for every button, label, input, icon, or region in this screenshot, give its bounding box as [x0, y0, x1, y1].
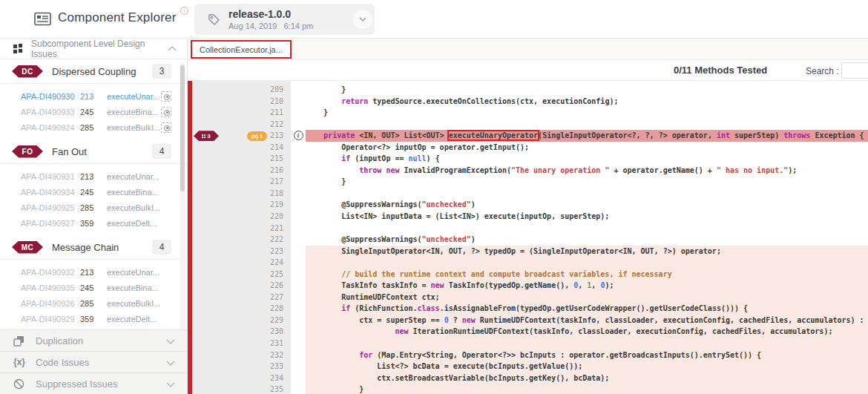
code-gutter: 234 — [188, 372, 291, 384]
release-selector[interactable]: release-1.0.0 Aug 14, 20196:14 pm — [194, 4, 375, 35]
code-line: 223 SingleInputOperator<IN, OUT, ?> type… — [188, 246, 868, 257]
code-gutter: 222 — [188, 234, 291, 246]
code-gutter: 218 — [188, 188, 291, 200]
suppressed-issues-icon — [13, 378, 28, 390]
code-line: 211 } — [188, 107, 868, 119]
chevron-down-icon — [166, 377, 175, 390]
issue-row[interactable]: APA-DI490931213executeUnar... — [0, 168, 187, 184]
focus-eye-icon[interactable] — [161, 107, 171, 117]
code-text — [306, 338, 868, 349]
code-gutter: 226 — [188, 280, 291, 292]
code-gutter: 211 — [188, 107, 291, 119]
gutter-icon-slot — [291, 223, 306, 234]
code-text — [306, 188, 868, 200]
accordion-duplication[interactable]: Duplication — [0, 329, 187, 351]
code-line: 234 ctx.setBroadcastVariable(bcInputs.ge… — [188, 372, 868, 384]
line-number: 213 — [270, 130, 283, 142]
gutter-icon-slot — [291, 326, 306, 338]
design-issue-count-badge[interactable]: 3 — [194, 131, 219, 141]
issue-line-number: 245 — [80, 108, 107, 116]
focus-eye-icon[interactable] — [161, 91, 171, 102]
issue-line-number: 213 — [80, 268, 107, 277]
design-issue-group-header[interactable]: MCMessage Chain4 — [0, 240, 187, 260]
design-issue-group-header[interactable]: FOFan Out4 — [0, 144, 187, 164]
code-gutter: 229 — [188, 315, 291, 326]
code-text: ctx = superStep == 0 ? new RuntimeUDFCon… — [306, 315, 868, 326]
issue-line-number: 359 — [80, 315, 107, 324]
issue-type-badge: MC — [12, 241, 43, 254]
component-explorer-app: Component Explorer i release-1.0.0 Aug 1… — [0, 0, 868, 394]
gutter-icon-slot — [291, 338, 306, 349]
issue-id: APA-DI490927 — [21, 219, 80, 228]
grid-icon — [13, 44, 23, 53]
info-icon[interactable]: i — [180, 7, 188, 15]
issue-line-number: 245 — [80, 188, 107, 197]
issue-rows: APA-DI490932213executeUnar...APA-DI49093… — [0, 260, 187, 326]
code-gutter: 212 — [188, 119, 291, 131]
issue-row[interactable]: APA-DI490926285executeBulkI... — [0, 295, 187, 311]
line-number: 232 — [270, 349, 283, 361]
sidebar-scrollbar[interactable] — [180, 62, 185, 374]
code-gutter: 219 — [188, 199, 291, 211]
line-number: 216 — [270, 165, 283, 177]
page-title: Component Explorer — [58, 10, 177, 25]
release-date: Aug 14, 20196:14 pm — [228, 22, 313, 30]
issue-row[interactable]: APA-DI490929359executeDelt... — [0, 311, 187, 326]
issue-row[interactable]: APA-DI490934245executeBina... — [0, 184, 187, 200]
info-circle-icon[interactable]: i — [294, 131, 303, 140]
scrollbar-thumb[interactable] — [180, 65, 185, 191]
design-issue-group-header[interactable]: DCDispersed Coupling3 — [0, 64, 187, 84]
search-input[interactable] — [841, 62, 868, 79]
code-text: if (RichFunction.class.isAssignableFrom(… — [306, 303, 868, 315]
line-number: 234 — [270, 372, 283, 384]
code-text: throw new InvalidProgramException("The u… — [306, 165, 868, 177]
code-gutter: 215 — [188, 153, 291, 165]
issue-id: APA-DI490932 — [21, 268, 80, 277]
code-line: 218 — [188, 188, 868, 200]
code-text: } — [306, 384, 868, 394]
line-number: 211 — [270, 107, 283, 119]
issue-row[interactable]: APA-DI490930213executeUnar... — [0, 88, 187, 104]
issue-row[interactable]: APA-DI490925285executeBulkI... — [0, 200, 187, 215]
release-name: release-1.0.0 — [228, 8, 291, 20]
gutter-icon-slot — [291, 280, 306, 292]
accordion-label: Suppressed Issues — [36, 378, 166, 390]
code-issue-count-badge[interactable]: (x) 1 — [247, 131, 267, 141]
gutter-icon-slot: i — [291, 130, 306, 142]
issue-method-name: executeUnar... — [107, 268, 171, 277]
gutter-icon-slot — [291, 84, 306, 96]
issue-row[interactable]: APA-DI490933245executeBina... — [0, 104, 187, 119]
gutter-icon-slot — [291, 361, 306, 372]
chevron-down-icon[interactable] — [353, 10, 372, 29]
issue-row[interactable]: APA-DI490927359executeDelt... — [0, 215, 187, 231]
code-text: List<IN> inputData = (List<IN>) execute(… — [306, 211, 868, 223]
code-line: 221 — [188, 223, 868, 234]
code-text: for (Map.Entry<String, Operator<?>> bcIn… — [306, 349, 868, 361]
issue-id: APA-DI490931 — [21, 172, 80, 181]
issue-method-name: executeBina... — [107, 188, 171, 197]
line-number: 217 — [270, 176, 283, 188]
line-number: 215 — [270, 153, 283, 165]
issue-line-number: 213 — [80, 92, 107, 101]
tab-collectionexecutor[interactable]: CollectionExecutor.ja... — [191, 40, 292, 59]
gutter-icon-slot — [291, 188, 306, 200]
gutter-icon-slot — [291, 292, 306, 303]
sidebar-section-header[interactable]: Subcomponent Level Design Issues — [0, 39, 187, 59]
duplication-icon — [13, 335, 28, 347]
chevron-up-icon — [168, 46, 177, 51]
accordion-code-issues[interactable]: {x}Code Issues — [0, 351, 187, 372]
issue-row[interactable]: APA-DI490924285executeBulkI... — [0, 119, 187, 135]
issue-row[interactable]: APA-DI490935245executeBina... — [0, 280, 187, 295]
gutter-icon-slot — [291, 257, 306, 269]
issue-type-name: Message Chain — [52, 242, 152, 253]
file-tabbar: CollectionExecutor.ja... — [188, 39, 868, 60]
focus-eye-icon[interactable] — [161, 122, 171, 133]
code-text: @SuppressWarnings("unchecked") — [306, 199, 868, 211]
issue-id: APA-DI490926 — [21, 299, 80, 308]
code-line: 217 } — [188, 176, 868, 188]
accordion-suppressed-issues[interactable]: Suppressed Issues — [0, 372, 187, 394]
issue-row[interactable]: APA-DI490932213executeUnar... — [0, 264, 187, 280]
code-text: SingleInputOperator<IN, OUT, ?> typedOp … — [306, 246, 868, 257]
gutter-icon-slot — [291, 142, 306, 154]
issue-count-badge: 4 — [152, 144, 171, 159]
